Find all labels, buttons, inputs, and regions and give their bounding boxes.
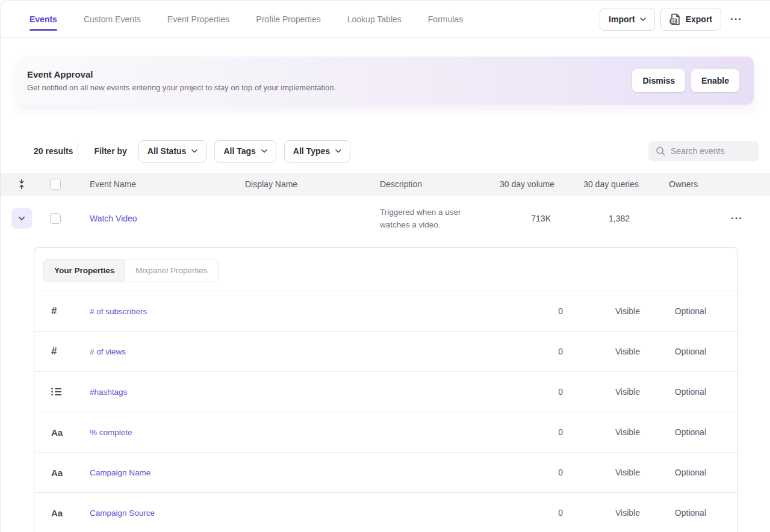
- property-requirement: Optional: [640, 427, 706, 437]
- list-type-icon: [51, 388, 61, 396]
- property-requirement: Optional: [640, 468, 706, 477]
- status-filter-label: All Status: [147, 146, 187, 156]
- property-row: Aa % complete 0 Visible Optional: [34, 412, 737, 453]
- properties-tabs: Your Properties Mixpanel Properties: [43, 259, 219, 282]
- chevron-down-icon: [640, 17, 646, 21]
- tab-mixpanel-properties[interactable]: Mixpanel Properties: [125, 259, 217, 282]
- property-row: Aa Campaign Name 0 Visible Optional: [34, 453, 737, 493]
- property-visibility: Visible: [563, 508, 640, 518]
- volume-cell: 713K: [476, 214, 554, 223]
- svg-text:csv: csv: [670, 19, 677, 22]
- property-name-link[interactable]: Campaign Name: [90, 468, 503, 477]
- types-filter-label: All Types: [293, 146, 330, 156]
- property-requirement: Optional: [640, 387, 706, 397]
- property-visibility: Visible: [563, 347, 640, 356]
- col-30-day-queries: 30 day queries: [554, 179, 639, 189]
- col-display-name: Display Name: [227, 179, 362, 189]
- chevron-down-icon: [335, 149, 341, 153]
- tab-events[interactable]: Events: [29, 1, 57, 38]
- filter-bar: 20 results Filter by All Status All Tags…: [34, 140, 759, 162]
- property-queries: 0: [503, 347, 563, 356]
- tags-filter-dropdown[interactable]: All Tags: [214, 140, 276, 162]
- property-queries: 0: [503, 387, 563, 397]
- dismiss-button[interactable]: Dismiss: [632, 69, 685, 92]
- lexicon-page: Events Custom Events Event Properties Pr…: [0, 0, 770, 532]
- banner-actions: Dismiss Enable: [632, 69, 739, 92]
- search-events-box[interactable]: [648, 141, 759, 161]
- search-events-input[interactable]: [671, 146, 749, 156]
- property-name-link[interactable]: # of views: [90, 347, 503, 356]
- property-name-link[interactable]: # of subscribers: [90, 307, 503, 316]
- event-name-link[interactable]: Watch Video: [90, 214, 137, 223]
- results-count: 20 results: [34, 146, 73, 156]
- search-icon: [656, 146, 665, 156]
- text-type-icon: Aa: [51, 468, 63, 478]
- properties-panel: Your Properties Mixpanel Properties # # …: [34, 247, 738, 532]
- tab-event-properties[interactable]: Event Properties: [167, 1, 230, 38]
- banner-title: Event Approval: [27, 69, 336, 79]
- property-queries: 0: [503, 306, 563, 316]
- property-row: #hashtags 0 Visible Optional: [34, 372, 737, 412]
- col-30-day-volume: 30 day volume: [476, 179, 554, 189]
- tab-custom-events[interactable]: Custom Events: [84, 1, 141, 38]
- property-requirement: Optional: [640, 306, 706, 316]
- row-checkbox[interactable]: [50, 213, 61, 224]
- row-more-menu-icon[interactable]: ···: [727, 207, 747, 230]
- more-menu-icon[interactable]: ···: [727, 8, 746, 31]
- property-name-link[interactable]: #hashtags: [90, 388, 503, 397]
- property-queries: 0: [503, 468, 563, 477]
- number-type-icon: #: [51, 345, 57, 357]
- types-filter-dropdown[interactable]: All Types: [284, 140, 350, 162]
- tab-profile-properties[interactable]: Profile Properties: [256, 1, 320, 38]
- filter-by-label: Filter by: [94, 146, 126, 156]
- property-name-link[interactable]: % complete: [90, 428, 503, 437]
- export-button[interactable]: csv Export: [660, 8, 721, 31]
- property-visibility: Visible: [563, 468, 640, 477]
- table-row-watch-video: Watch Video Triggered when a user watche…: [1, 196, 770, 241]
- status-filter-dropdown[interactable]: All Status: [138, 140, 207, 162]
- property-name-link[interactable]: Campaign Source: [90, 509, 503, 518]
- property-visibility: Visible: [563, 387, 640, 397]
- select-all-checkbox[interactable]: [50, 179, 61, 190]
- description-cell: Triggered when a user watches a video.: [380, 206, 479, 231]
- top-nav-actions: Import csv Export ···: [600, 8, 770, 31]
- property-row: # # of subscribers 0 Visible Optional: [34, 291, 737, 332]
- property-row: Aa Campaign Source 0 Visible Optional: [34, 493, 737, 532]
- queries-cell: 1,382: [554, 214, 639, 223]
- import-button-label: Import: [609, 14, 635, 24]
- enable-button[interactable]: Enable: [691, 69, 739, 92]
- tab-lookup-tables[interactable]: Lookup Tables: [347, 1, 402, 38]
- col-description: Description: [362, 179, 476, 189]
- property-visibility: Visible: [563, 306, 640, 316]
- property-row: # # of views 0 Visible Optional: [34, 332, 737, 372]
- collapse-row-button[interactable]: [11, 208, 32, 229]
- col-event-name: Event Name: [72, 179, 227, 189]
- tab-formulas[interactable]: Formulas: [428, 1, 463, 38]
- text-type-icon: Aa: [51, 508, 63, 518]
- banner-text: Event Approval Get notified on all new e…: [27, 69, 336, 92]
- property-visibility: Visible: [563, 427, 640, 437]
- tab-your-properties[interactable]: Your Properties: [44, 259, 125, 282]
- collapse-all-icon[interactable]: [17, 179, 26, 190]
- banner-description: Get notified on all new events entering …: [27, 83, 336, 92]
- events-table-header: Event Name Display Name Description 30 d…: [1, 173, 770, 196]
- property-requirement: Optional: [640, 347, 706, 356]
- chevron-down-icon: [191, 149, 197, 153]
- property-queries: 0: [503, 508, 563, 518]
- export-button-label: Export: [686, 14, 712, 24]
- csv-file-icon: csv: [669, 13, 681, 25]
- divider: [78, 143, 78, 159]
- property-queries: 0: [503, 427, 563, 437]
- tags-filter-label: All Tags: [223, 146, 255, 156]
- number-type-icon: #: [51, 305, 57, 317]
- import-button[interactable]: Import: [600, 8, 655, 31]
- chevron-down-icon: [261, 149, 267, 153]
- top-nav: Events Custom Events Event Properties Pr…: [1, 1, 770, 38]
- chevron-down-icon: [19, 217, 25, 220]
- property-requirement: Optional: [640, 508, 706, 518]
- col-owners: Owners: [639, 179, 770, 189]
- event-approval-banner: Event Approval Get notified on all new e…: [17, 57, 754, 105]
- text-type-icon: Aa: [51, 427, 63, 438]
